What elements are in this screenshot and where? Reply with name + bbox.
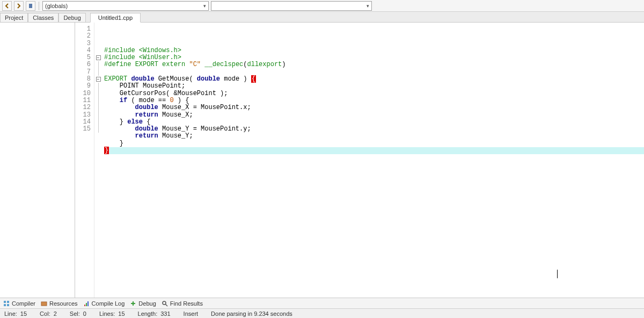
tab-classes[interactable]: Classes: [28, 13, 58, 22]
line-number: 15: [75, 126, 91, 133]
svg-point-9: [132, 302, 134, 305]
code-line[interactable]: #define EXPORT extern "C" __declspec(dll…: [104, 61, 644, 68]
bottom-tab-label: Compiler: [12, 300, 35, 307]
find-icon: [162, 300, 168, 307]
chevron-down-icon: ▾: [367, 3, 369, 9]
code-line[interactable]: POINT MousePoint;: [104, 83, 644, 90]
panel-tabs: Project Classes Debug: [0, 13, 86, 22]
svg-rect-8: [87, 301, 89, 306]
project-sidebar[interactable]: [0, 23, 75, 298]
line-number: 6: [75, 61, 91, 68]
fold-slot: [94, 104, 102, 111]
code-line[interactable]: GetCursorPos( &MousePoint );: [104, 90, 644, 97]
bottom-tabs: Compiler Resources Compile Log Debug Fin…: [0, 298, 644, 308]
line-number: 8: [75, 76, 91, 83]
fold-gutter[interactable]: −−: [94, 23, 102, 298]
back-button[interactable]: [2, 1, 12, 11]
code-line[interactable]: }: [104, 147, 644, 154]
status-line: Line 15: [4, 310, 27, 317]
line-number: 12: [75, 104, 91, 111]
bottom-tab-label: Resources: [49, 300, 78, 307]
code-editor[interactable]: 123456789101112131415 −− #include <Windo…: [75, 23, 644, 298]
line-number: 1: [75, 26, 91, 33]
fold-slot: −: [94, 76, 102, 83]
code-line[interactable]: [104, 69, 644, 76]
tab-project[interactable]: Project: [0, 13, 28, 22]
tab-debug[interactable]: Debug: [58, 13, 85, 22]
fold-slot: [94, 33, 102, 40]
fold-slot: [94, 61, 102, 68]
svg-rect-4: [7, 304, 9, 306]
status-col: Col 2: [40, 310, 57, 317]
bottom-tab-label: Compile Log: [92, 300, 125, 307]
fold-slot: [94, 83, 102, 90]
status-insert-mode: Insert: [184, 310, 199, 317]
code-line[interactable]: EXPORT double GetMouse( double mode ) {: [104, 76, 644, 83]
fold-slot: [94, 97, 102, 104]
code-line[interactable]: } else {: [104, 119, 644, 126]
text-cursor: [557, 270, 558, 278]
bottom-tab-compiler[interactable]: Compiler: [3, 300, 35, 307]
scope-combo[interactable]: (globals) ▾: [42, 1, 209, 11]
bottom-tab-resources[interactable]: Resources: [41, 300, 78, 307]
svg-rect-0: [29, 4, 32, 8]
status-sel: Sel 0: [70, 310, 86, 317]
fold-slot: −: [94, 54, 102, 61]
line-number: 14: [75, 119, 91, 126]
fold-slot: [94, 112, 102, 119]
svg-rect-6: [84, 305, 85, 306]
code-line[interactable]: #include <Windows.h>: [104, 47, 644, 54]
code-line[interactable]: return Mouse_Y;: [104, 133, 644, 140]
line-number: 13: [75, 112, 91, 119]
tabs-row: Project Classes Debug Untitled1.cpp: [0, 12, 644, 23]
main-area: 123456789101112131415 −− #include <Windo…: [0, 23, 644, 298]
function-combo[interactable]: ▾: [211, 1, 372, 11]
svg-rect-7: [86, 303, 87, 306]
toolbar: (globals) ▾ ▾: [0, 0, 644, 12]
fold-slot: [94, 40, 102, 47]
svg-line-11: [165, 304, 167, 306]
fold-slot: [94, 90, 102, 97]
svg-rect-5: [41, 302, 47, 306]
svg-rect-3: [4, 304, 6, 306]
scope-combo-value: (globals): [45, 3, 68, 9]
status-message: Done parsing in 9.234 seconds: [211, 310, 292, 317]
fold-slot: [94, 26, 102, 33]
forward-button[interactable]: [14, 1, 24, 11]
bottom-tab-compilelog[interactable]: Compile Log: [83, 300, 125, 307]
status-lines: Lines 15: [99, 310, 125, 317]
bottom-tab-label: Find Results: [170, 300, 203, 307]
fold-toggle[interactable]: −: [96, 55, 101, 60]
resources-icon: [41, 300, 47, 307]
svg-rect-2: [7, 301, 9, 303]
code-line[interactable]: #include <WinUser.h>: [104, 54, 644, 61]
line-number: 2: [75, 33, 91, 40]
code-line[interactable]: if ( mode == 0 ) {: [104, 97, 644, 104]
line-number: 4: [75, 47, 91, 54]
line-number: 10: [75, 90, 91, 97]
file-tab[interactable]: Untitled1.cpp: [90, 13, 141, 23]
debug-icon: [130, 300, 136, 307]
compiler-icon: [3, 300, 10, 307]
compilelog-icon: [83, 300, 90, 307]
line-number-gutter: 123456789101112131415: [75, 23, 94, 298]
code-line[interactable]: double Mouse_X = MousePoint.x;: [104, 104, 644, 111]
status-bar: Line 15 Col 2 Sel 0 Lines 15 Length 331 …: [0, 308, 644, 318]
bottom-tab-debug[interactable]: Debug: [130, 300, 156, 307]
bottom-tab-findresults[interactable]: Find Results: [162, 300, 203, 307]
code-area[interactable]: #include <Windows.h>#include <WinUser.h>…: [102, 23, 644, 298]
line-number: 3: [75, 40, 91, 47]
line-number: 9: [75, 83, 91, 90]
fold-toggle[interactable]: −: [96, 77, 101, 82]
line-number: 5: [75, 54, 91, 61]
status-length: Length 331: [138, 310, 171, 317]
code-line[interactable]: }: [104, 140, 644, 147]
bookmark-button[interactable]: [26, 1, 35, 11]
fold-slot: [94, 47, 102, 54]
code-line[interactable]: double Mouse_Y = MousePoint.y;: [104, 126, 644, 133]
line-number: 11: [75, 97, 91, 104]
svg-rect-1: [4, 301, 6, 303]
fold-slot: [94, 69, 102, 76]
code-line[interactable]: return Mouse_X;: [104, 112, 644, 119]
bottom-tab-label: Debug: [138, 300, 156, 307]
